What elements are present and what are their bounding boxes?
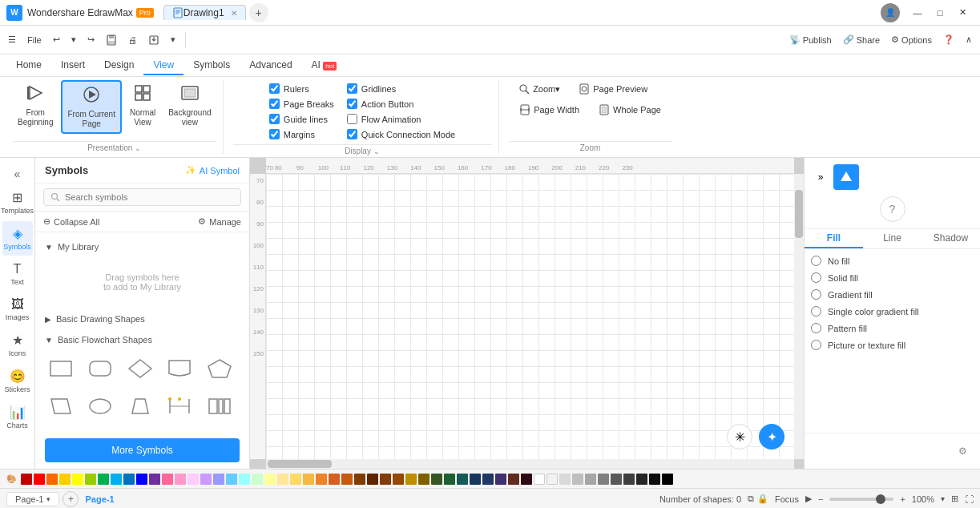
color-swatch[interactable] (34, 474, 45, 485)
color-swatch[interactable] (508, 474, 519, 485)
sparkle-btn[interactable]: ✳ (727, 424, 752, 450)
minimize-btn[interactable]: — (906, 3, 929, 22)
single-color-gradient-option[interactable]: Single color gradient fill (811, 306, 974, 316)
color-swatch[interactable] (367, 474, 378, 485)
sidebar-item-symbols[interactable]: ◈ Symbols (2, 221, 33, 256)
color-swatch[interactable] (213, 474, 224, 485)
color-swatch[interactable] (175, 474, 186, 485)
color-swatch[interactable] (200, 474, 212, 485)
page-width-btn[interactable]: Page Width (512, 101, 587, 119)
color-swatch[interactable] (111, 474, 122, 485)
shadow-tab[interactable]: Shadow (922, 229, 980, 248)
color-swatch[interactable] (649, 474, 660, 485)
layer-icon[interactable]: ⧉ (748, 494, 754, 504)
share-btn[interactable]: 🔗 Share (838, 32, 885, 47)
color-swatch[interactable] (393, 474, 404, 485)
settings-btn[interactable]: ⚙ (951, 440, 974, 462)
picture-texture-option[interactable]: Picture or texture fill (811, 340, 974, 350)
color-swatch[interactable] (226, 474, 237, 485)
tab-advanced[interactable]: Advanced (240, 56, 301, 75)
basic-flowchart-header[interactable]: ▼ Basic Flowchart Shapes (35, 330, 249, 349)
check-margins[interactable]: Margins (269, 129, 334, 139)
help-btn[interactable]: ❓ (938, 32, 959, 47)
color-swatch[interactable] (329, 474, 340, 485)
zoom-slider[interactable] (829, 498, 893, 501)
color-picker-btn[interactable]: 🎨 (3, 471, 19, 487)
redo-btn[interactable]: ↪ (83, 32, 99, 47)
color-swatch[interactable] (572, 474, 583, 485)
normal-view-btn[interactable]: NormalView (125, 80, 160, 131)
no-fill-option[interactable]: No fill (811, 256, 974, 266)
publish-btn[interactable]: 📡 Publish (784, 32, 837, 47)
export-btn[interactable] (143, 32, 164, 48)
color-swatch[interactable] (431, 474, 442, 485)
more-symbols-btn[interactable]: More Symbols (45, 438, 240, 462)
ribbon-collapse-chevron[interactable]: ∧ (961, 32, 977, 47)
print-btn[interactable]: 🖨 (123, 33, 142, 47)
color-swatch[interactable] (636, 474, 647, 485)
sidebar-item-charts[interactable]: 📊 Charts (2, 400, 33, 434)
fullscreen-btn[interactable]: ⛶ (965, 494, 974, 504)
shape-rounded-rect[interactable] (84, 354, 116, 382)
fill-tab[interactable]: Fill (805, 229, 863, 248)
options-btn[interactable]: ⚙ Options (886, 32, 937, 47)
sidebar-item-stickers[interactable]: 😊 Stickers (2, 364, 33, 398)
collapse-all-btn[interactable]: ⊖ Collapse All (43, 216, 99, 227)
color-swatch[interactable] (290, 474, 301, 485)
document-tab[interactable]: Drawing1 ✕ (163, 5, 246, 20)
play-icon[interactable]: ▶ (805, 494, 812, 504)
color-swatch[interactable] (380, 474, 391, 485)
undo-history-btn[interactable]: ▾ (67, 32, 81, 47)
color-swatch[interactable] (470, 474, 481, 485)
check-rulers[interactable]: Rulers (269, 83, 334, 94)
fit-page-btn[interactable]: ⊞ (951, 494, 958, 504)
whole-page-btn[interactable]: Whole Page (591, 101, 668, 119)
shape-doc[interactable] (163, 354, 196, 382)
color-swatch[interactable] (21, 474, 32, 485)
color-swatch[interactable] (85, 474, 96, 485)
lock-icon[interactable]: 🔒 (757, 494, 768, 504)
tab-close-btn[interactable]: ✕ (231, 9, 237, 18)
check-guide-lines[interactable]: Guide lines (269, 114, 334, 124)
tab-insert[interactable]: Insert (51, 56, 95, 75)
tab-design[interactable]: Design (95, 56, 143, 75)
sidebar-item-text[interactable]: T Text (2, 257, 33, 291)
tab-symbols[interactable]: Symbols (183, 56, 240, 75)
check-quick-connection[interactable]: Quick Connection Mode (347, 129, 455, 139)
color-swatch[interactable] (264, 474, 276, 485)
color-swatch[interactable] (559, 474, 571, 485)
close-btn[interactable]: ✕ (951, 3, 974, 22)
color-swatch[interactable] (59, 474, 71, 485)
page-1-tab[interactable]: Page-1 ▾ (6, 492, 59, 506)
export-dropdown-btn[interactable]: ▾ (166, 32, 180, 47)
color-swatch[interactable] (188, 474, 199, 485)
color-swatch[interactable] (444, 474, 455, 485)
color-swatch[interactable] (662, 474, 673, 485)
tab-ai[interactable]: AI hot (302, 56, 347, 75)
tab-view[interactable]: View (143, 56, 183, 75)
line-tab[interactable]: Line (863, 229, 922, 248)
color-swatch[interactable] (239, 474, 250, 485)
shape-trapezoid[interactable] (124, 392, 156, 420)
shape-pentagon[interactable] (204, 354, 236, 382)
check-flow-animation[interactable]: Flow Animation (347, 114, 455, 124)
file-menu-btn[interactable]: File (22, 33, 46, 47)
zoom-dropdown[interactable]: ▾ (941, 494, 945, 503)
check-gridlines[interactable]: Gridlines (347, 83, 455, 94)
manage-btn[interactable]: ⚙ Manage (198, 216, 241, 227)
page-tab-dropdown[interactable]: ▾ (46, 495, 50, 503)
color-swatch[interactable] (303, 474, 314, 485)
ai-fab-btn[interactable]: ✦ (759, 424, 784, 450)
add-page-btn[interactable]: + (63, 491, 79, 507)
from-current-page-btn[interactable]: From CurrentPage (61, 80, 121, 134)
color-swatch[interactable] (482, 474, 494, 485)
user-avatar[interactable]: 👤 (881, 3, 900, 22)
color-swatch[interactable] (316, 474, 327, 485)
color-swatch[interactable] (457, 474, 468, 485)
color-swatch[interactable] (521, 474, 532, 485)
ai-symbol-btn[interactable]: ✨ AI Symbol (185, 165, 240, 175)
color-swatch[interactable] (149, 474, 160, 485)
background-view-btn[interactable]: Backgroundview (163, 80, 216, 131)
scrollbar-h-thumb[interactable] (268, 460, 332, 468)
shape-rectangle[interactable] (45, 354, 77, 382)
